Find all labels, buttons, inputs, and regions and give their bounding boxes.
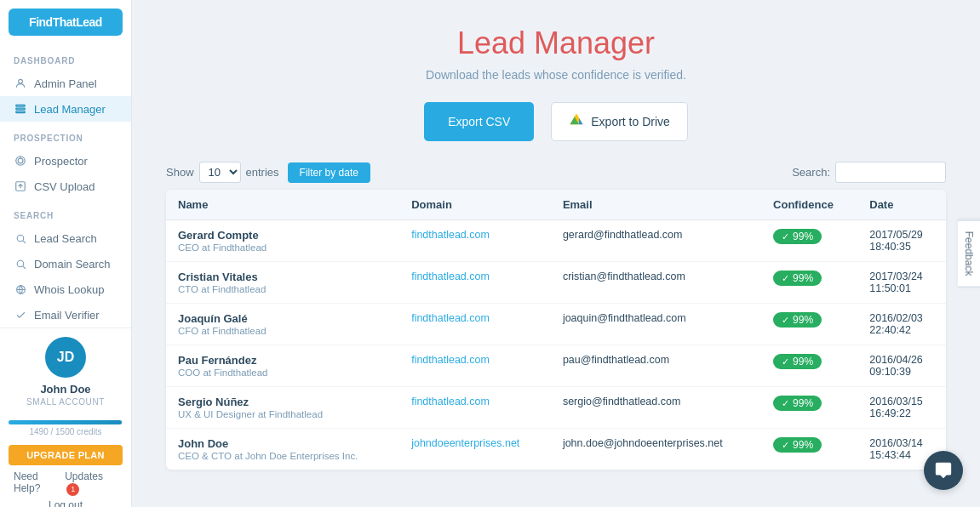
logout-link[interactable]: Log out [9,496,123,508]
confidence-badge: ✓ 99% [773,396,822,411]
cell-confidence: ✓ 99% [761,262,857,304]
domain-link[interactable]: findthatlead.com [411,396,490,407]
cell-email: sergio@findthatlead.com [551,387,761,429]
cell-confidence: ✓ 99% [761,345,857,387]
sidebar-item-prospector[interactable]: Prospector [0,148,131,174]
section-prospection: PROSPECTION [0,122,131,148]
lead-title: CTO at Findthatlead [178,284,387,294]
domain-link[interactable]: findthatlead.com [411,229,490,241]
main-content: Lead Manager Download the leads whose co… [132,0,980,507]
confidence-badge: ✓ 99% [773,271,822,286]
export-csv-button[interactable]: Export CSV [424,102,534,141]
domain-link[interactable]: johndoeenterprises.net [411,437,519,449]
upgrade-plan-button[interactable]: UPGRADE PLAN [9,445,123,465]
sidebar-email-verifier-label: Email Verifier [34,309,100,322]
credits-bar-background [9,420,123,424]
confidence-badge: ✓ 99% [773,354,822,369]
check-icon: ✓ [782,398,789,409]
sidebar-item-lead-search[interactable]: Lead Search [0,225,131,251]
lead-title: UX & UI Designer at Findthatlead [178,409,387,419]
check-icon: ✓ [782,273,789,284]
user-name: John Doe [40,383,90,396]
sidebar-item-admin-panel[interactable]: Admin Panel [0,71,131,96]
cell-domain: findthatlead.com [399,262,551,304]
cell-confidence: ✓ 99% [761,304,857,345]
search-wrap: Search: [792,162,946,183]
updates-badge: 1 [66,483,79,496]
cell-name: Pau Fernández COO at Findthatlead [166,345,399,387]
domain-link[interactable]: findthatlead.com [411,271,490,282]
cell-email: cristian@findthatlead.com [551,262,761,304]
lead-name: Pau Fernández [178,354,387,367]
sidebar-footer: Need Help? Updates 1 [9,465,123,496]
sidebar-item-domain-search[interactable]: Domain Search [0,251,131,276]
svg-point-0 [19,79,23,83]
check-icon: ✓ [782,356,789,367]
svg-point-11 [17,260,24,267]
need-help-link[interactable]: Need Help? [14,470,65,496]
search-icon-domain [14,257,27,271]
svg-rect-1 [16,105,26,106]
check-icon: ✓ [782,315,789,326]
entries-select[interactable]: 10 25 50 [199,162,241,183]
user-profile: JD John Doe SMALL ACCOUNT [9,337,123,413]
list-icon [14,102,27,116]
svg-rect-3 [16,111,26,113]
lead-title: COO at Findthatlead [178,367,387,378]
sidebar-item-whois-lookup[interactable]: Whois Lookup [0,276,131,302]
svg-point-9 [17,235,24,242]
confidence-badge: ✓ 99% [773,229,822,244]
sidebar-csv-upload-label: CSV Upload [34,180,95,193]
cell-email: pau@findthatlead.com [551,345,761,387]
cell-domain: findthatlead.com [399,220,551,262]
lead-title: CEO at Findthatlead [178,242,387,253]
credits-text: 1490 / 1500 credits [9,427,123,436]
table-body: Gerard Compte CEO at Findthatlead findth… [166,220,946,470]
cell-domain: findthatlead.com [399,387,551,429]
updates-link[interactable]: Updates 1 [65,470,117,496]
check-icon [14,308,27,322]
cell-date: 2016/03/1516:49:22 [857,387,946,429]
feedback-tab[interactable]: ✉ Feedback [958,220,980,288]
check-icon: ✓ [782,440,789,451]
chat-widget[interactable] [924,451,963,490]
search-input[interactable] [835,162,946,183]
lead-title: CEO & CTO at John Doe Enterprises Inc. [178,451,387,461]
col-name: Name [166,190,399,220]
sidebar-item-lead-manager[interactable]: Lead Manager [0,96,131,122]
lead-title: CFO at Findthatlead [178,326,387,336]
sidebar-prospector-label: Prospector [34,155,88,168]
svg-rect-2 [16,108,26,110]
cell-confidence: ✓ 99% [761,387,857,429]
sidebar-admin-panel-label: Admin Panel [34,77,97,90]
action-buttons: Export CSV Export to Drive [166,102,946,141]
search-icon-lead [14,231,27,245]
confidence-badge: ✓ 99% [773,437,822,453]
globe-icon [14,282,27,296]
export-drive-button[interactable]: Export to Drive [551,102,688,141]
filter-by-date-button[interactable]: Filter by date [288,162,370,183]
search-label: Search: [792,166,830,179]
app-logo[interactable]: FindThatLead [9,9,123,36]
logo-text: FindThatLead [29,15,102,29]
domain-link[interactable]: findthatlead.com [411,354,490,366]
feedback-label: Feedback [963,231,975,276]
table-row: John Doe CEO & CTO at John Doe Enterpris… [166,429,946,470]
radar-icon [14,154,27,168]
avatar: JD [45,337,86,378]
cell-name: Cristian Vitales CTO at Findthatlead [166,262,399,304]
table-controls: Show 10 25 50 entries Filter by date Sea… [166,162,946,183]
domain-link[interactable]: findthatlead.com [411,312,490,324]
cell-name: Gerard Compte CEO at Findthatlead [166,220,399,262]
cell-domain: findthatlead.com [399,345,551,387]
col-domain: Domain [399,190,551,220]
sidebar: FindThatLead DASHBOARD Admin Panel Lead … [0,0,132,507]
cell-name: Sergio Núñez UX & UI Designer at Findtha… [166,387,399,429]
cell-domain: findthatlead.com [399,304,551,345]
cell-domain: johndoeenterprises.net [399,429,551,470]
drive-icon [569,112,584,131]
cell-name: John Doe CEO & CTO at John Doe Enterpris… [166,429,399,470]
table-row: Sergio Núñez UX & UI Designer at Findtha… [166,387,946,429]
sidebar-item-csv-upload[interactable]: CSV Upload [0,174,131,199]
sidebar-item-email-verifier[interactable]: Email Verifier [0,302,131,328]
